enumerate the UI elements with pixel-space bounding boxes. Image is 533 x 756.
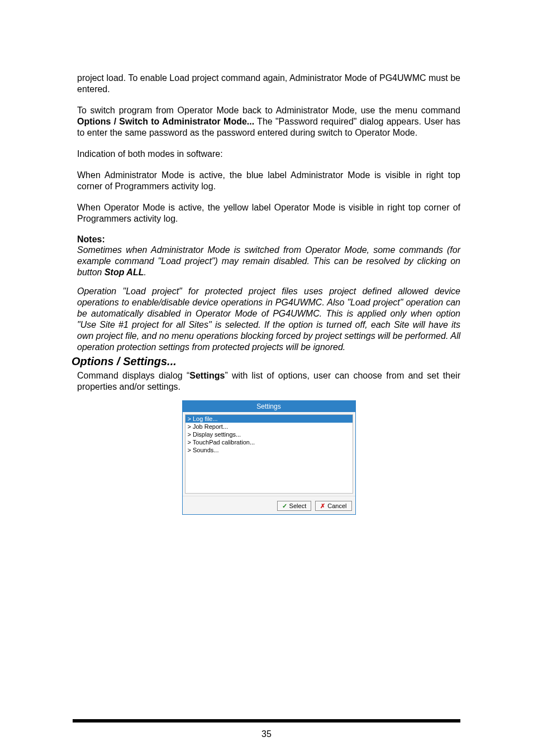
section-intro-pre: Command displays dialog “ [77, 371, 189, 380]
menu-command-text: Options / Switch to Administrator Mode..… [77, 117, 254, 126]
notes-1-post: . [144, 267, 146, 277]
cancel-button[interactable]: ✗ Cancel [315, 501, 351, 511]
list-item[interactable]: > Log file... [185, 415, 353, 423]
notes-label: Notes: [77, 235, 460, 245]
select-button[interactable]: ✓ Select [277, 501, 312, 511]
page-number: 35 [0, 729, 533, 739]
paragraph-3: Indication of both modes in software: [77, 149, 460, 160]
paragraph-2: To switch program from Operator Mode bac… [77, 105, 460, 138]
section-title: Options / Settings... [72, 355, 460, 368]
document-page: project load. To enable Load project com… [0, 0, 533, 756]
notes-paragraph-2: Operation "Load project" for protected p… [77, 286, 460, 353]
paragraph-5: When Operator Mode is active, the yellow… [77, 202, 460, 224]
settings-dialog: Settings > Log file... > Job Report... >… [182, 400, 356, 515]
dialog-frame: Settings > Log file... > Job Report... >… [182, 400, 356, 515]
paragraph-1: project load. To enable Load project com… [77, 73, 460, 95]
list-item[interactable]: > Sounds... [185, 446, 353, 454]
cancel-button-label: Cancel [327, 503, 346, 509]
notes-1-bold: Stop ALL [104, 267, 144, 277]
paragraph-2-pre: To switch program from Operator Mode bac… [77, 106, 460, 115]
section-intro: Command displays dialog “Settings” with … [77, 370, 460, 393]
select-button-label: Select [289, 503, 307, 509]
dialog-button-row: ✓ Select ✗ Cancel [183, 496, 355, 514]
notes-paragraph-1: Sometimes when Administrator Mode is swi… [77, 245, 460, 278]
check-icon: ✓ [282, 503, 287, 509]
list-item[interactable]: > TouchPad calibration... [185, 438, 353, 446]
dialog-title: Settings [183, 401, 355, 412]
paragraph-4: When Administrator Mode is active, the b… [77, 170, 460, 192]
footer-rule [73, 719, 460, 722]
settings-listbox[interactable]: > Log file... > Job Report... > Display … [185, 414, 353, 494]
list-item[interactable]: > Job Report... [185, 423, 353, 430]
section-intro-bold: Settings [189, 371, 225, 380]
list-item[interactable]: > Display settings... [185, 430, 353, 438]
close-icon: ✗ [320, 503, 325, 509]
